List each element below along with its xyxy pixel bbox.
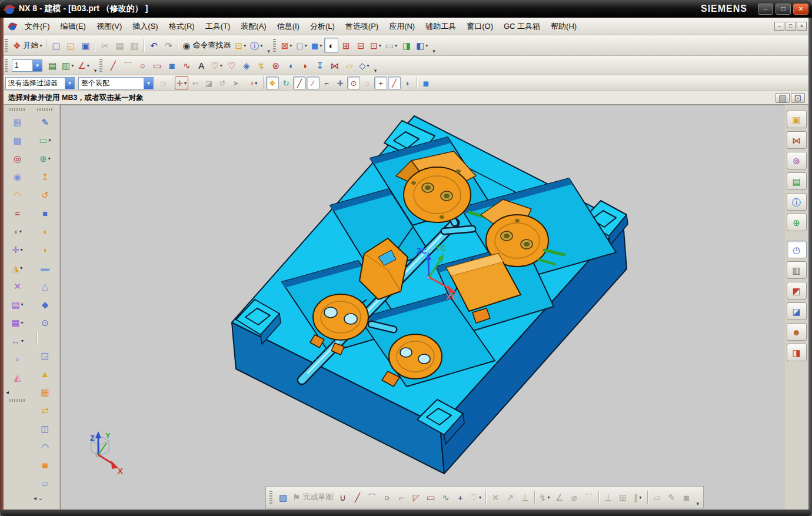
dropdown-arrow-icon[interactable]: ▾ xyxy=(367,63,369,68)
project-curve-button[interactable]: ↧ xyxy=(313,58,327,73)
pattern-feature-button[interactable]: ▦ xyxy=(35,384,56,400)
toolbar-grip[interactable] xyxy=(5,59,8,72)
wrap-curve-button[interactable]: ◇▾ xyxy=(357,58,371,73)
menu-information[interactable]: 信息(I) xyxy=(272,19,305,34)
trim-body-button[interactable]: ◫ xyxy=(35,420,56,437)
menu-tools[interactable]: 工具(T) xyxy=(200,19,236,34)
chevron-down-icon[interactable]: ▼ xyxy=(32,60,42,71)
sketch-button[interactable]: ✎ xyxy=(35,114,56,130)
mold-assembly-model[interactable] xyxy=(232,116,628,474)
point-on-curve-toggle[interactable]: ╱ xyxy=(388,76,401,89)
block-button[interactable]: ■ xyxy=(35,205,56,221)
text-button[interactable]: A xyxy=(194,58,208,73)
toolbar-overflow-arrow[interactable]: ▾ xyxy=(267,48,270,55)
tube-button[interactable]: ◖ xyxy=(35,241,56,258)
toolbar-overflow-arrow[interactable]: ▾ xyxy=(432,48,435,55)
history-tab[interactable]: ◷ xyxy=(787,241,807,258)
menu-analysis[interactable]: 分析(L) xyxy=(305,19,340,34)
dropdown-arrow-icon[interactable]: ▾ xyxy=(320,43,322,48)
line-button[interactable]: ╱ xyxy=(106,58,120,73)
quadrant-point-toggle[interactable]: ◌ xyxy=(361,76,374,89)
dropdown-arrow-icon[interactable]: ▾ xyxy=(425,43,428,48)
toolbar-grip[interactable] xyxy=(9,108,26,111)
dropdown-arrow-icon[interactable]: ▾ xyxy=(19,229,22,234)
save-button[interactable]: ▣ xyxy=(78,38,92,53)
menu-preferences[interactable]: 首选项(P) xyxy=(340,19,384,34)
clip-section-button[interactable]: ⊡▾ xyxy=(368,38,383,53)
toolbar-overflow-arrow[interactable]: ▾ xyxy=(94,68,97,75)
general-select-filter-button[interactable]: ✛▾ xyxy=(175,76,188,89)
unite-button[interactable]: ◙ xyxy=(35,457,56,473)
dropdown-arrow-icon[interactable]: ▾ xyxy=(21,338,24,344)
clip-navigator-button[interactable]: ▨ xyxy=(776,93,790,103)
close-button[interactable]: × xyxy=(793,4,808,15)
dropdown-arrow-icon[interactable]: ▾ xyxy=(220,63,222,68)
convex-body-button[interactable]: ◆ xyxy=(35,296,56,312)
move-object-button[interactable]: ⇄ xyxy=(35,402,56,418)
copy-face-button[interactable]: ▤▾ xyxy=(7,296,28,312)
existing-point-toggle[interactable]: + xyxy=(374,76,387,89)
view-orientation-triad[interactable]: Z Y X xyxy=(90,431,123,475)
bridge-surface-button[interactable]: ≈ xyxy=(7,205,28,221)
point-on-surface-toggle[interactable]: ◗ xyxy=(401,76,414,89)
shaded-snap-button[interactable]: ◼ xyxy=(420,76,432,89)
command-finder-button[interactable]: ◉命令查找器 xyxy=(181,38,232,53)
facet-section-button[interactable]: ⊟ xyxy=(354,38,368,53)
extrude-button[interactable]: ↥ xyxy=(35,168,56,185)
helix-button[interactable]: ↯ xyxy=(254,58,268,73)
rotate-view-button[interactable]: ◐ xyxy=(324,38,338,53)
dropdown-arrow-icon[interactable]: ▾ xyxy=(260,43,262,48)
menu-format[interactable]: 格式(R) xyxy=(164,19,200,34)
snap-point-toggle[interactable]: ❖ xyxy=(266,76,279,89)
new-button[interactable]: ▢ xyxy=(49,38,63,53)
dropdown-arrow-icon[interactable]: ▾ xyxy=(21,320,24,325)
viewport-canvas[interactable]: ZC YC XC Z Y X xyxy=(61,105,784,510)
reuse-library-tab[interactable]: ▤ xyxy=(787,172,807,190)
full-screen-button[interactable]: ⊡ xyxy=(791,93,805,103)
toolbar-collapse-arrow[interactable]: ◂ ⌄ xyxy=(34,495,43,501)
pattern-face-button[interactable]: ▦▾ xyxy=(7,314,28,331)
four-point-surface-button[interactable]: ▦ xyxy=(7,114,28,130)
sketch-fillet-button[interactable]: ⌐ xyxy=(394,490,408,505)
revolve-button[interactable]: ↺ xyxy=(35,187,56,203)
toolbar-grip[interactable] xyxy=(273,39,276,52)
dropdown-arrow-icon[interactable]: ▾ xyxy=(548,495,550,500)
menu-edit[interactable]: 编辑(E) xyxy=(55,19,91,34)
datum-plane-button[interactable]: ▭▾ xyxy=(35,132,56,148)
mdi-close-button[interactable]: × xyxy=(797,22,807,31)
delete-face-button[interactable]: ✕ xyxy=(7,278,28,294)
dropdown-arrow-icon[interactable]: ▾ xyxy=(289,43,292,48)
circle-button[interactable]: ○ xyxy=(135,58,149,73)
split-body-button[interactable]: ◠ xyxy=(35,438,56,455)
wireframe-section-button[interactable]: ⊞ xyxy=(339,38,353,53)
toolbar-overflow-arrow[interactable]: ▾ xyxy=(374,68,377,75)
toolbar-grip[interactable] xyxy=(269,491,272,504)
layer-settings-button[interactable]: ▤ xyxy=(45,58,59,73)
bounded-plane-button[interactable]: ◉ xyxy=(7,168,28,185)
roles-tab[interactable]: ☻ xyxy=(787,323,807,341)
material-palette-tab[interactable]: ◩ xyxy=(787,282,807,299)
shaded-view-button[interactable]: ◼▾ xyxy=(310,38,324,53)
sweep-along-guide-button[interactable]: ◗ xyxy=(35,223,56,239)
menu-view[interactable]: 视图(V) xyxy=(91,19,127,34)
undo-button[interactable]: ↶ xyxy=(147,38,161,53)
toolbar-grip[interactable] xyxy=(37,108,54,111)
shell-button[interactable]: ◲ xyxy=(35,347,56,364)
sketch-rectangle-button[interactable]: ▭ xyxy=(424,490,438,505)
screen-window-button[interactable]: ⊠▾ xyxy=(279,38,294,53)
user-tools-button[interactable]: ⊡▾ xyxy=(234,38,248,53)
visual-reports-tab[interactable]: ◪ xyxy=(787,302,807,320)
menu-file[interactable]: 文件(F) xyxy=(19,19,55,34)
part-navigator-tab[interactable]: ⊚ xyxy=(787,152,807,169)
arc-center-toggle[interactable]: ⊙ xyxy=(347,76,360,89)
dropdown-arrow-icon[interactable]: ▾ xyxy=(21,247,23,252)
dropdown-arrow-icon[interactable]: ▾ xyxy=(479,495,481,500)
toolbar-collapse-arrow[interactable]: ◂ xyxy=(6,389,9,395)
section-curve-button[interactable]: ◗ xyxy=(298,58,312,73)
selection-filter-combo[interactable]: 没有选择过滤器 ▼ xyxy=(5,77,75,89)
dropdown-arrow-icon[interactable]: ▾ xyxy=(244,43,246,48)
maximize-button[interactable]: □ xyxy=(776,4,791,15)
system-scenes-tab[interactable]: ◨ xyxy=(787,344,807,361)
intersection-point-button[interactable]: ⊗ xyxy=(269,58,283,73)
label-notch-face-button[interactable]: ◭ xyxy=(7,369,28,385)
